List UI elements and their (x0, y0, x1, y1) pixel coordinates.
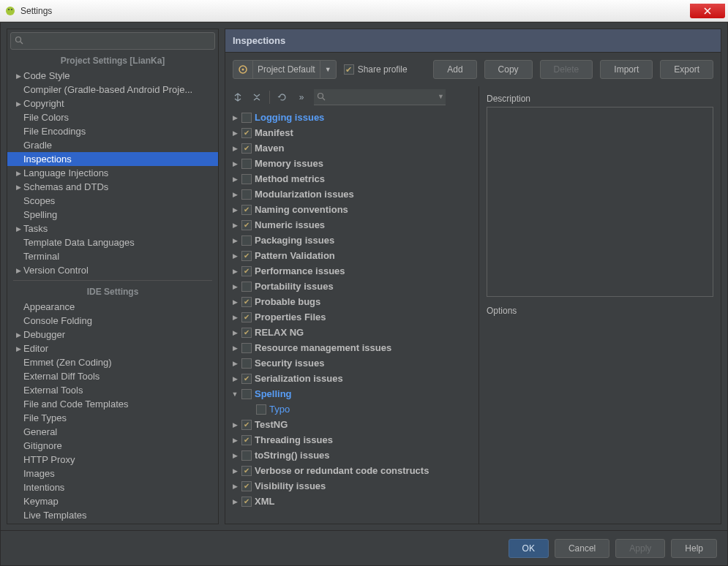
inspection-item[interactable]: ▶Memory issues (225, 156, 479, 171)
inspection-checkbox[interactable]: ✔ (241, 143, 252, 154)
inspection-checkbox[interactable]: ✔ (241, 435, 252, 445)
expand-arrow-icon[interactable]: ▶ (231, 252, 239, 260)
sidebar-item[interactable]: Gitignore (7, 439, 218, 453)
sidebar-item[interactable]: External Tools (7, 383, 218, 397)
export-button[interactable]: Export (660, 60, 713, 79)
sidebar-item[interactable]: File Encodings (7, 124, 218, 138)
sidebar-search-input[interactable] (10, 32, 215, 50)
inspection-item[interactable]: ▶Portability issues (225, 279, 479, 294)
sidebar-item[interactable]: ▶Editor (7, 342, 218, 355)
expand-arrow-icon[interactable]: ▶ (231, 145, 239, 152)
inspection-item[interactable]: ▶✔Threading issues (225, 432, 479, 448)
inspection-checkbox[interactable] (241, 282, 252, 292)
sidebar-item[interactable]: File Colors (7, 110, 218, 124)
sidebar-item[interactable]: Images (7, 467, 218, 480)
expand-arrow-icon[interactable]: ▶ (231, 344, 239, 352)
expand-arrow-icon[interactable]: ▶ (231, 483, 239, 490)
inspection-item[interactable]: ▼Spelling (225, 386, 479, 401)
inspection-checkbox[interactable]: ✔ (241, 481, 252, 491)
inspection-checkbox[interactable] (241, 159, 252, 169)
sidebar-item[interactable]: HTTP Proxy (7, 453, 218, 467)
expand-arrow-icon[interactable]: ▶ (231, 206, 239, 214)
forward-icon[interactable]: » (295, 91, 308, 104)
inspection-item[interactable]: ▶✔Probable bugs (225, 294, 479, 309)
sidebar-item[interactable]: Live Templates (7, 508, 218, 522)
inspection-checkbox[interactable] (241, 113, 252, 123)
inspection-item[interactable]: ▶✔Pattern Validation (225, 248, 479, 263)
sidebar-item[interactable]: Spelling (7, 208, 218, 222)
inspection-item[interactable]: ▶Modularization issues (225, 186, 479, 202)
expand-arrow-icon[interactable]: ▶ (231, 222, 239, 229)
sidebar-item[interactable]: ▶Schemas and DTDs (7, 180, 218, 194)
inspection-checkbox[interactable]: ✔ (241, 497, 252, 507)
expand-arrow-icon[interactable]: ▶ (231, 114, 239, 121)
cancel-button[interactable]: Cancel (555, 539, 609, 558)
inspection-checkbox[interactable] (241, 389, 252, 399)
inspection-item[interactable]: ▶✔Naming conventions (225, 202, 479, 217)
inspection-item[interactable]: ▶Packaging issues (225, 233, 479, 248)
inspection-child-item[interactable]: Typo (225, 401, 479, 417)
expand-arrow-icon[interactable]: ▶ (231, 498, 239, 505)
expand-arrow-icon[interactable]: ▶ (231, 160, 239, 167)
expand-arrow-icon[interactable]: ▶ (231, 437, 239, 444)
inspections-tree[interactable]: ▶Logging issues▶✔Manifest▶✔Maven▶Memory … (225, 108, 479, 524)
expand-arrow-icon[interactable]: ▶ (231, 237, 239, 244)
expand-arrow-icon[interactable]: ▶ (231, 268, 239, 275)
inspection-item[interactable]: ▶Resource management issues (225, 340, 479, 355)
expand-arrow-icon[interactable]: ▶ (231, 375, 239, 382)
ok-button[interactable]: OK (509, 539, 549, 558)
inspection-checkbox[interactable] (241, 235, 252, 246)
inspection-item[interactable]: ▶✔TestNG (225, 417, 479, 432)
sidebar-item[interactable]: File Types (7, 411, 218, 425)
sidebar-item[interactable]: Keymap (7, 494, 218, 508)
inspection-item[interactable]: ▶✔Performance issues (225, 263, 479, 279)
expand-arrow-icon[interactable]: ▶ (231, 176, 239, 183)
inspection-checkbox[interactable]: ✔ (241, 374, 252, 384)
inspection-checkbox[interactable] (241, 174, 252, 184)
inspections-search-input[interactable] (314, 89, 446, 105)
inspection-checkbox[interactable]: ✔ (241, 466, 252, 476)
sidebar-item[interactable]: Compiler (Gradle-based Android Proje... (7, 83, 218, 97)
expand-arrow-icon[interactable]: ▶ (231, 298, 239, 306)
inspection-checkbox[interactable] (241, 358, 252, 369)
sidebar-item[interactable]: ▶Tasks (7, 222, 218, 235)
inspection-checkbox[interactable] (241, 450, 252, 461)
sidebar-item[interactable]: ▶Code Style (7, 69, 218, 83)
sidebar-item[interactable]: Console Folding (7, 314, 218, 328)
expand-arrow-icon[interactable]: ▶ (231, 314, 239, 321)
copy-button[interactable]: Copy (484, 60, 533, 79)
settings-tree[interactable]: Project Settings [LianKa]▶Code StyleComp… (7, 53, 218, 524)
inspection-item[interactable]: ▶✔Visibility issues (225, 478, 479, 494)
caret-down-icon[interactable]: ▼ (438, 93, 444, 100)
expand-all-icon[interactable] (231, 91, 244, 104)
inspection-checkbox[interactable] (241, 343, 252, 353)
inspection-checkbox[interactable] (256, 404, 266, 415)
inspection-checkbox[interactable]: ✔ (241, 128, 252, 138)
inspection-item[interactable]: ▶✔Properties Files (225, 309, 479, 325)
inspection-item[interactable]: ▶✔Manifest (225, 125, 479, 140)
expand-arrow-icon[interactable]: ▶ (231, 283, 239, 290)
expand-arrow-icon[interactable]: ▼ (231, 390, 239, 398)
inspection-item[interactable]: ▶✔Serialization issues (225, 371, 479, 386)
sidebar-item[interactable]: Gradle (7, 138, 218, 152)
expand-arrow-icon[interactable]: ▶ (231, 360, 239, 367)
inspection-checkbox[interactable]: ✔ (241, 297, 252, 307)
import-button[interactable]: Import (600, 60, 653, 79)
inspection-item[interactable]: ▶✔Maven (225, 140, 479, 156)
sidebar-item[interactable]: Menus and Toolbars (7, 522, 218, 524)
inspection-item[interactable]: ▶✔XML (225, 494, 479, 509)
inspection-item[interactable]: ▶✔RELAX NG (225, 325, 479, 340)
sidebar-item[interactable]: ▶Debugger (7, 328, 218, 342)
sidebar-item[interactable]: ▶Language Injections (7, 166, 218, 180)
sidebar-item[interactable]: Template Data Languages (7, 235, 218, 249)
close-button[interactable] (690, 4, 725, 18)
inspection-item[interactable]: ▶Method metrics (225, 171, 479, 186)
inspection-checkbox[interactable]: ✔ (241, 251, 252, 261)
inspection-checkbox[interactable]: ✔ (241, 220, 252, 230)
sidebar-item[interactable]: General (7, 425, 218, 439)
sidebar-item[interactable]: ▶Version Control (7, 263, 218, 277)
sidebar-item[interactable]: External Diff Tools (7, 369, 218, 383)
inspection-checkbox[interactable] (241, 189, 252, 200)
inspection-item[interactable]: ▶✔Verbose or redundant code constructs (225, 463, 479, 478)
sidebar-item[interactable]: Emmet (Zen Coding) (7, 355, 218, 369)
